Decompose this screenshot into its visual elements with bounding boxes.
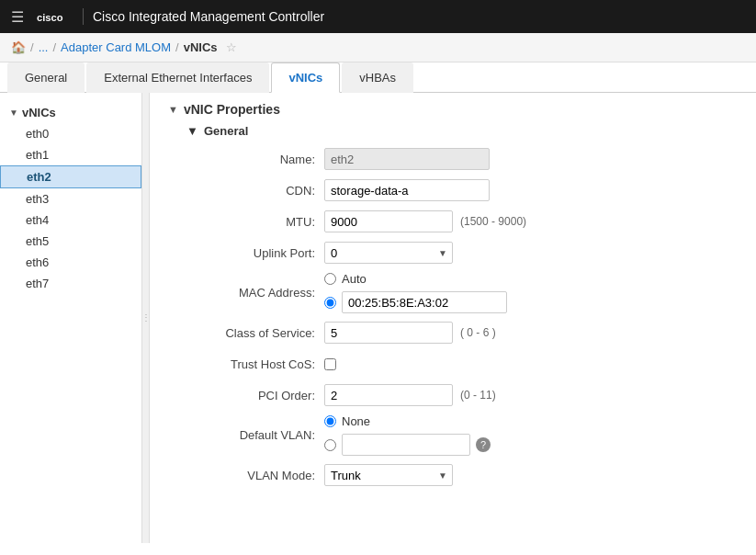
- sep1: /: [30, 40, 34, 54]
- sidebar-item-eth7[interactable]: eth7: [0, 273, 141, 294]
- resize-handle[interactable]: ⋮: [142, 93, 150, 543]
- sidebar-item-eth4[interactable]: eth4: [0, 210, 141, 231]
- name-control: [324, 148, 490, 170]
- cos-input[interactable]: [324, 322, 453, 344]
- mac-auto-label: Auto: [342, 272, 367, 286]
- default-vlan-none-row: None: [324, 414, 491, 428]
- mtu-label: MTU:: [205, 215, 324, 229]
- form-row-trust-host-cos: Trust Host CoS:: [205, 352, 738, 376]
- form-row-mtu: MTU: (1500 - 9000): [205, 210, 738, 233]
- sidebar: ▼ vNICs eth0 eth1 eth2 eth3 eth4 eth5 et…: [0, 93, 142, 543]
- sidebar-group-label: vNICs: [22, 106, 56, 119]
- form-row-cos: Class of Service: ( 0 - 6 ): [205, 321, 738, 345]
- subsection-title: General: [204, 124, 248, 138]
- resize-dots: ⋮: [141, 313, 150, 323]
- vlan-mode-select-wrap: Trunk Access ▼: [324, 464, 453, 486]
- tab-external-ethernet[interactable]: External Ethernet Interfaces: [86, 62, 269, 93]
- mac-address-control: Auto: [324, 272, 507, 313]
- subsection-arrow: ▼: [186, 124, 198, 138]
- default-vlan-custom-row: ?: [324, 434, 491, 456]
- breadcrumb-adapter[interactable]: Adapter Card MLOM: [61, 40, 171, 54]
- form-row-name: Name:: [205, 147, 738, 171]
- vlan-mode-label: VLAN Mode:: [205, 469, 324, 482]
- mac-manual-radio[interactable]: [324, 297, 336, 309]
- section-arrow: ▼: [168, 104, 178, 115]
- breadcrumb: 🏠 / ... / Adapter Card MLOM / vNICs ☆: [0, 33, 756, 62]
- pci-order-label: PCI Order:: [205, 389, 324, 402]
- form-row-default-vlan: Default VLAN: None ?: [205, 414, 738, 456]
- cdn-control: [324, 179, 490, 201]
- top-bar: ☰ cisco Cisco Integrated Management Cont…: [0, 0, 756, 33]
- name-label: Name:: [205, 153, 324, 166]
- uplink-port-select[interactable]: 0 1: [324, 242, 453, 264]
- sep3: /: [175, 40, 179, 54]
- breadcrumb-current: vNICs: [184, 40, 218, 54]
- sidebar-item-eth0[interactable]: eth0: [0, 123, 141, 144]
- tab-bar: General External Ethernet Interfaces vNI…: [0, 62, 756, 93]
- vlan-mode-select[interactable]: Trunk Access: [324, 464, 453, 486]
- cos-control: ( 0 - 6 ): [324, 322, 496, 344]
- main-area: ▼ vNICs eth0 eth1 eth2 eth3 eth4 eth5 et…: [0, 93, 756, 543]
- default-vlan-input[interactable]: [342, 434, 470, 456]
- mac-auto-row: Auto: [324, 272, 507, 286]
- default-vlan-custom-radio[interactable]: [324, 439, 336, 451]
- cos-hint: ( 0 - 6 ): [460, 326, 496, 339]
- uplink-port-select-wrap: 0 1 ▼: [324, 242, 453, 264]
- trust-host-cos-control: [324, 358, 336, 370]
- vlan-mode-control: Trunk Access ▼: [324, 464, 453, 486]
- sidebar-item-eth2[interactable]: eth2: [0, 165, 141, 188]
- mac-auto-radio[interactable]: [324, 273, 336, 285]
- breadcrumb-ellipsis[interactable]: ...: [39, 40, 49, 54]
- tab-vnics[interactable]: vNICs: [271, 62, 340, 93]
- content-area: ▼ vNIC Properties ▼ General Name: CDN:: [150, 93, 756, 543]
- tab-vhbas[interactable]: vHBAs: [342, 62, 413, 93]
- sidebar-item-eth5[interactable]: eth5: [0, 231, 141, 252]
- pci-order-input[interactable]: [324, 384, 453, 406]
- sidebar-item-eth6[interactable]: eth6: [0, 252, 141, 273]
- mtu-input[interactable]: [324, 210, 453, 232]
- app-title: Cisco Integrated Management Controller: [93, 9, 324, 24]
- default-vlan-label: Default VLAN:: [205, 428, 324, 442]
- default-vlan-none-label: None: [342, 414, 370, 428]
- mac-address-label: MAC Address:: [205, 286, 324, 300]
- cdn-input[interactable]: [324, 179, 490, 201]
- sidebar-item-eth1[interactable]: eth1: [0, 144, 141, 165]
- sidebar-group-arrow: ▼: [9, 108, 18, 118]
- mtu-hint: (1500 - 9000): [460, 215, 526, 228]
- sep2: /: [52, 40, 56, 54]
- mtu-control: (1500 - 9000): [324, 210, 526, 232]
- default-vlan-none-radio[interactable]: [324, 415, 336, 427]
- cos-label: Class of Service:: [205, 326, 324, 340]
- menu-icon[interactable]: ☰: [11, 8, 24, 26]
- pci-hint: (0 - 11): [460, 389, 496, 402]
- uplink-port-label: Uplink Port:: [205, 246, 324, 260]
- section-header-vnic-properties: ▼ vNIC Properties: [168, 102, 738, 117]
- divider: [83, 8, 84, 25]
- cdn-label: CDN:: [205, 184, 324, 198]
- tab-general[interactable]: General: [7, 62, 85, 93]
- form-row-pci-order: PCI Order: (0 - 11): [205, 383, 738, 407]
- vlan-help-icon[interactable]: ?: [476, 437, 491, 452]
- form-row-uplink-port: Uplink Port: 0 1 ▼: [205, 241, 738, 265]
- home-icon[interactable]: 🏠: [11, 40, 26, 54]
- favorite-icon[interactable]: ☆: [226, 40, 237, 54]
- subsection-header-general: ▼ General: [186, 124, 738, 138]
- mac-input[interactable]: [342, 291, 507, 313]
- trust-host-cos-checkbox[interactable]: [324, 358, 336, 370]
- section-title: vNIC Properties: [184, 102, 280, 117]
- pci-order-control: (0 - 11): [324, 384, 496, 406]
- uplink-port-control: 0 1 ▼: [324, 242, 453, 264]
- mac-radio-group: Auto: [324, 272, 507, 313]
- form-row-cdn: CDN:: [205, 178, 738, 202]
- default-vlan-control: None ?: [324, 414, 491, 456]
- name-input[interactable]: [324, 148, 490, 170]
- svg-text:cisco: cisco: [37, 12, 63, 23]
- trust-host-cos-label: Trust Host CoS:: [205, 357, 324, 371]
- form-row-vlan-mode: VLAN Mode: Trunk Access ▼: [205, 463, 738, 487]
- sidebar-group-vnics[interactable]: ▼ vNICs: [0, 102, 141, 123]
- cisco-logo: cisco: [37, 7, 73, 26]
- default-vlan-radio-group: None ?: [324, 414, 491, 456]
- sidebar-item-eth3[interactable]: eth3: [0, 188, 141, 210]
- form-row-mac-address: MAC Address: Auto: [205, 272, 738, 313]
- mac-manual-row: [324, 291, 507, 313]
